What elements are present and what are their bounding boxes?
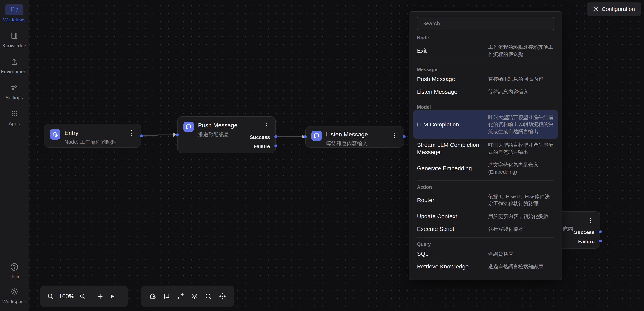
library-item-retrieve-knowledge[interactable]: Retrieve Knowledge 透過自然語言檢索知識庫 — [417, 260, 554, 273]
output-label-success: Success — [574, 229, 594, 235]
node-shortcut-toolbar — [141, 286, 234, 307]
port-hidden-failure[interactable] — [599, 240, 602, 243]
sidebar-item-label: Workspace — [2, 299, 26, 305]
port-push-in[interactable] — [176, 133, 179, 136]
grid-dots-icon — [5, 108, 24, 119]
node-library-panel: Node Exit 工作流程的終點或接續其他工作流程的傳送點 Message P… — [409, 11, 562, 280]
divider — [417, 62, 554, 63]
folder-icon — [5, 4, 24, 15]
node-menu-kebab-icon[interactable] — [589, 217, 592, 224]
library-item-sql[interactable]: SQL 查詢資料庫 — [417, 248, 554, 260]
port-listen-out[interactable] — [403, 135, 406, 138]
sidebar-item-knowledge[interactable]: Knowledge — [2, 30, 26, 48]
port-listen-in[interactable] — [304, 135, 307, 138]
zoom-in-button[interactable] — [79, 293, 86, 300]
entry-node-button[interactable] — [149, 293, 156, 300]
section-header-model: Model — [417, 102, 554, 110]
library-item-listen-message[interactable]: Listen Message 等待訊息內容輸入 — [417, 85, 554, 98]
search-button[interactable] — [205, 293, 212, 300]
zoom-out-button[interactable] — [47, 293, 54, 300]
run-button[interactable] — [109, 293, 115, 300]
book-icon — [5, 30, 24, 41]
output-label-failure: Failure — [254, 144, 270, 150]
sidebar-item-workflows[interactable]: Workflows — [3, 4, 26, 22]
node-subtitle-fragment: 應內 — [563, 225, 573, 232]
configuration-button-label: Configuration — [602, 6, 635, 12]
port-push-failure[interactable] — [274, 145, 277, 147]
help-circle-icon — [5, 261, 24, 273]
library-item-stream-llm-completion[interactable]: Stream LLM Completion Message 呼叫大型語言模型並產… — [417, 139, 554, 159]
sidebar-item-workspace[interactable]: Workspace — [2, 286, 26, 305]
sidebar-item-label: Apps — [9, 121, 20, 126]
library-item-llm-completion[interactable]: LLM Completion 呼叫大型語言模型並產生結構化的資料輸出以輔助流程的… — [414, 110, 558, 139]
divider — [417, 180, 554, 181]
node-subtitle: 推送歡迎訊息 — [198, 131, 238, 138]
chat-bubble-icon — [183, 122, 194, 132]
port-hidden-success[interactable] — [599, 230, 602, 233]
sidebar: Workflows Knowledge Environment — [0, 0, 29, 311]
library-item-exit[interactable]: Exit 工作流程的終點或接續其他工作流程的傳送點 — [417, 41, 554, 61]
sidebar-item-label: Workflows — [3, 17, 26, 22]
swap-arrows-button[interactable] — [177, 293, 184, 300]
section-header-action: Action — [417, 182, 554, 190]
node-title: Push Message — [198, 122, 238, 129]
toolbar-divider — [91, 291, 92, 302]
port-push-success[interactable] — [274, 135, 277, 138]
search-input[interactable] — [417, 16, 554, 30]
sidebar-item-label: Help — [9, 274, 19, 280]
node-subtitle: 等待訊息內容輸入 — [326, 140, 368, 147]
node-menu-kebab-icon[interactable] — [130, 129, 133, 137]
node-subtitle: Node: 工作流程的起點 — [64, 139, 116, 145]
configuration-button[interactable]: Configuration — [586, 2, 641, 16]
sidebar-item-label: Settings — [6, 95, 23, 100]
upload-icon — [5, 56, 24, 67]
node-push-message[interactable]: Push Message 推送歡迎訊息 Success Failure — [177, 116, 276, 153]
node-listen-message[interactable]: Listen Message 等待訊息內容輸入 — [305, 126, 404, 148]
chat-bubble-icon — [312, 131, 322, 141]
llm-refresh-bulb-button[interactable] — [191, 293, 198, 300]
sidebar-item-label: Environment — [1, 69, 28, 74]
home-plus-icon — [50, 129, 60, 140]
port-entry-out[interactable] — [140, 134, 143, 137]
node-menu-kebab-icon[interactable] — [265, 122, 267, 129]
sidebar-item-settings[interactable]: Settings — [5, 82, 24, 100]
library-item-update-context[interactable]: Update Context 用於更新內容，初始化變數 — [417, 210, 554, 223]
add-node-button[interactable] — [96, 293, 104, 300]
output-label-success: Success — [250, 134, 270, 140]
sliders-icon — [5, 82, 24, 93]
edge-entry-to-push — [143, 135, 173, 136]
sidebar-item-apps[interactable]: Apps — [5, 108, 24, 126]
divider — [417, 237, 554, 238]
library-item-router[interactable]: Router 依據If、Else If、Else條件決定工作流程執行的路徑 — [417, 190, 554, 210]
section-header-message: Message — [417, 65, 554, 73]
library-item-generate-embedding[interactable]: Generate Embedding 將文字轉化為向量嵌入 (Embedding… — [417, 159, 554, 178]
pan-move-button[interactable] — [218, 293, 226, 300]
sidebar-item-label: Knowledge — [2, 43, 26, 48]
sidebar-item-environment[interactable]: Environment — [1, 56, 28, 74]
sidebar-item-help[interactable]: Help — [5, 261, 24, 280]
zoom-toolbar: 100% — [40, 286, 128, 307]
message-node-button[interactable] — [163, 293, 170, 300]
section-header-query: Query — [417, 240, 554, 248]
node-title: Listen Message — [326, 131, 368, 138]
section-header-node: Node — [417, 33, 554, 41]
library-item-push-message[interactable]: Push Message 直接輸出訊息的回應內容 — [417, 73, 554, 85]
gear-icon — [5, 286, 24, 297]
node-title: Entry — [64, 129, 116, 137]
library-item-execute-script[interactable]: Execute Script 執行客製化腳本 — [417, 223, 554, 235]
node-menu-kebab-icon[interactable] — [393, 132, 396, 139]
workflow-editor: Workflows Knowledge Environment — [0, 0, 644, 311]
node-entry[interactable]: Entry Node: 工作流程的起點 — [44, 124, 141, 148]
zoom-level: 100% — [59, 293, 74, 300]
divider — [417, 100, 554, 100]
gear-icon — [593, 6, 599, 12]
output-label-failure: Failure — [578, 239, 594, 245]
